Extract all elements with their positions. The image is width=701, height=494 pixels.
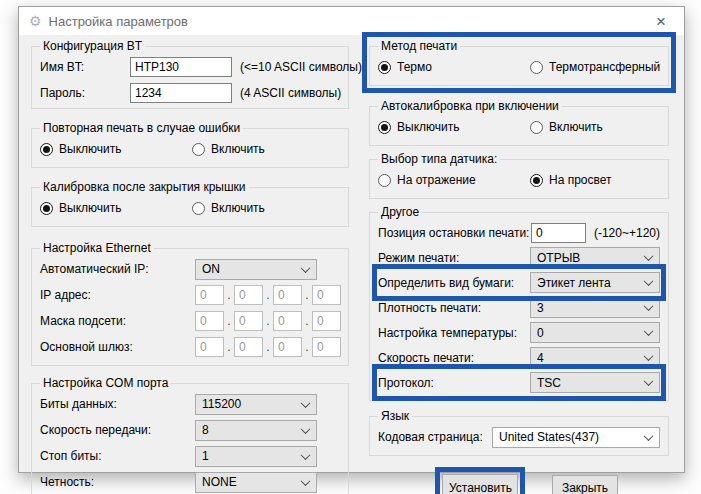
auto-ip-select[interactable]: ON bbox=[195, 259, 317, 280]
baud-rate-select[interactable]: 8 bbox=[195, 420, 317, 441]
paper-type-row: Определить вид бумаги: Этикет лента bbox=[378, 270, 660, 295]
thermal-radio[interactable] bbox=[378, 61, 391, 74]
parity-label: Четность: bbox=[40, 475, 195, 489]
left-column: Конфигурация BT Имя BT: (<=10 ASCII симв… bbox=[31, 39, 349, 494]
octet-dot: . bbox=[263, 340, 273, 354]
thermal-label: Термо bbox=[397, 60, 432, 74]
baud-rate-value: 8 bbox=[202, 423, 302, 437]
gateway-octet-1[interactable] bbox=[195, 337, 224, 357]
reflective-sensor-radio[interactable] bbox=[378, 174, 391, 187]
gateway-octet-3[interactable] bbox=[273, 337, 302, 357]
auto-calibration-on-radio[interactable] bbox=[530, 121, 543, 134]
close-button[interactable]: Закрыть bbox=[552, 475, 618, 494]
chevron-down-icon bbox=[301, 398, 311, 408]
stop-bits-label: Стоп биты: bbox=[40, 449, 195, 463]
paper-type-select[interactable]: Этикет лента bbox=[530, 272, 660, 293]
reprint-on-radio[interactable] bbox=[192, 143, 205, 156]
mask-octet-2[interactable] bbox=[234, 311, 263, 331]
data-bits-select[interactable]: 115200 bbox=[195, 394, 317, 415]
lid-calibration-on-radio[interactable] bbox=[192, 202, 205, 215]
print-speed-select[interactable]: 4 bbox=[530, 347, 660, 368]
thermal-transfer-radio[interactable] bbox=[530, 61, 543, 74]
print-density-label: Плотность печати: bbox=[378, 301, 530, 315]
reprint-off-radio[interactable] bbox=[40, 143, 53, 156]
print-mode-row: Режим печати: ОТРЫВ bbox=[378, 245, 660, 270]
group-title-bt-config: Конфигурация BT bbox=[40, 39, 145, 53]
octet-dot: . bbox=[263, 288, 273, 302]
bt-password-note: (4 ASCII символы) bbox=[240, 86, 341, 100]
ip-address-row: IP адрес: ... bbox=[40, 282, 340, 308]
print-speed-label: Скорость печати: bbox=[378, 351, 530, 365]
stop-bits-value: 1 bbox=[202, 449, 302, 463]
group-lid-calibration: Калибровка после закрытия крышки Выключи… bbox=[31, 180, 349, 227]
print-density-row: Плотность печати: 3 bbox=[378, 295, 660, 320]
ip-octet-4[interactable] bbox=[312, 285, 341, 305]
temperature-row: Настройка температуры: 0 bbox=[378, 320, 660, 345]
auto-ip-label: Автоматический IP: bbox=[40, 262, 195, 276]
chevron-down-icon bbox=[644, 251, 654, 261]
ip-octet-2[interactable] bbox=[234, 285, 263, 305]
transmissive-sensor-radio[interactable] bbox=[530, 174, 543, 187]
print-speed-row: Скорость печати: 4 bbox=[378, 345, 660, 370]
group-title-other: Другое bbox=[378, 205, 422, 219]
auto-ip-value: ON bbox=[202, 262, 302, 276]
stop-position-input[interactable] bbox=[531, 223, 586, 243]
stop-bits-select[interactable]: 1 bbox=[195, 446, 317, 467]
paper-type-value: Этикет лента bbox=[537, 276, 645, 290]
gateway-row: Основной шлюз: ... bbox=[40, 334, 340, 360]
auto-calibration-off-radio[interactable] bbox=[378, 121, 391, 134]
gateway-octet-4[interactable] bbox=[312, 337, 341, 357]
ip-address-label: IP адрес: bbox=[40, 288, 195, 302]
group-print-method: Метод печати Термо Термотрансферный bbox=[369, 39, 669, 86]
protocol-value: TSC bbox=[537, 376, 645, 390]
print-method-options-row: Термо Термотрансферный bbox=[378, 54, 660, 80]
group-bt-config: Конфигурация BT Имя BT: (<=10 ASCII симв… bbox=[31, 39, 349, 109]
octet-dot: . bbox=[302, 288, 312, 302]
thermal-transfer-label: Термотрансферный bbox=[549, 60, 660, 74]
temperature-select[interactable]: 0 bbox=[530, 322, 660, 343]
sensor-type-options-row: На отражение На просвет bbox=[378, 167, 660, 193]
titlebar: ⚙ Настройка параметров × bbox=[19, 7, 684, 35]
print-mode-select[interactable]: ОТРЫВ bbox=[530, 247, 660, 268]
protocol-select[interactable]: TSC bbox=[530, 372, 660, 393]
bt-password-input[interactable] bbox=[130, 83, 232, 103]
lid-calibration-off-label: Выключить bbox=[59, 201, 121, 215]
ip-octet-1[interactable] bbox=[195, 285, 224, 305]
mask-octet-1[interactable] bbox=[195, 311, 224, 331]
bt-password-row: Пароль: (4 ASCII символы) bbox=[40, 80, 340, 106]
lid-calibration-off-radio[interactable] bbox=[40, 202, 53, 215]
stop-position-label: Позиция остановки печати: bbox=[378, 226, 531, 240]
chevron-down-icon bbox=[644, 431, 654, 441]
temperature-value: 0 bbox=[537, 326, 645, 340]
group-auto-calibration: Автокалибровка при включении Выключить В… bbox=[369, 99, 669, 146]
mask-octet-3[interactable] bbox=[273, 311, 302, 331]
baud-rate-label: Скорость передачи: bbox=[40, 423, 195, 437]
subnet-mask-row: Маска подсети: ... bbox=[40, 308, 340, 334]
close-icon[interactable]: × bbox=[648, 13, 674, 30]
apply-button[interactable]: Установить bbox=[442, 474, 518, 494]
chevron-down-icon bbox=[644, 351, 654, 361]
stop-position-range-note: (-120~+120) bbox=[594, 226, 660, 240]
gateway-octet-2[interactable] bbox=[234, 337, 263, 357]
bt-name-input[interactable] bbox=[130, 57, 232, 77]
auto-calibration-on-label: Включить bbox=[549, 120, 603, 134]
mask-octet-4[interactable] bbox=[312, 311, 341, 331]
group-title-lid-calibration: Калибровка после закрытия крышки bbox=[40, 180, 249, 194]
print-mode-label: Режим печати: bbox=[378, 251, 530, 265]
subnet-mask-label: Маска подсети: bbox=[40, 314, 195, 328]
parity-select[interactable]: NONE bbox=[195, 472, 317, 493]
data-bits-value: 115200 bbox=[202, 397, 302, 411]
print-density-select[interactable]: 3 bbox=[530, 297, 660, 318]
ip-octet-3[interactable] bbox=[273, 285, 302, 305]
chevron-down-icon bbox=[644, 326, 654, 336]
temperature-label: Настройка температуры: bbox=[378, 326, 530, 340]
settings-dialog: ⚙ Настройка параметров × Конфигурация BT… bbox=[18, 6, 685, 473]
octet-dot: . bbox=[263, 314, 273, 328]
codepage-value: United States(437) bbox=[499, 430, 645, 444]
gateway-label: Основной шлюз: bbox=[40, 340, 195, 354]
data-bits-label: Биты данных: bbox=[40, 397, 195, 411]
octet-dot: . bbox=[224, 288, 234, 302]
bt-name-label: Имя BT: bbox=[40, 60, 130, 74]
codepage-select[interactable]: United States(437) bbox=[492, 427, 660, 448]
group-title-print-method: Метод печати bbox=[378, 39, 460, 53]
